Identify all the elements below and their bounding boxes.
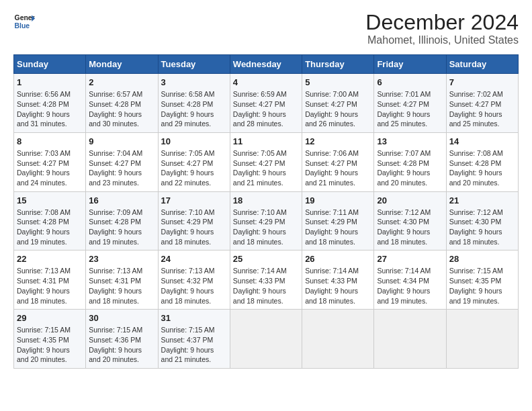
sunset-text: Sunset: 4:28 PM xyxy=(17,218,69,226)
sunset-text: Sunset: 4:30 PM xyxy=(449,218,502,226)
daylight-text: Daylight: 9 hours and 18 minutes. xyxy=(305,287,358,305)
day-info: Sunrise: 7:15 AM Sunset: 4:35 PM Dayligh… xyxy=(449,266,515,306)
daylight-text: Daylight: 9 hours and 18 minutes. xyxy=(161,287,214,305)
day-number: 18 xyxy=(233,195,299,205)
sunset-text: Sunset: 4:28 PM xyxy=(89,100,141,108)
day-info: Sunrise: 7:05 AM Sunset: 4:27 PM Dayligh… xyxy=(161,148,227,188)
sunrise-text: Sunrise: 7:08 AM xyxy=(17,208,71,216)
sunset-text: Sunset: 4:29 PM xyxy=(161,218,214,226)
day-info: Sunrise: 7:13 AM Sunset: 4:32 PM Dayligh… xyxy=(161,266,227,306)
sunrise-text: Sunrise: 7:14 AM xyxy=(305,267,359,275)
day-number: 28 xyxy=(449,254,515,264)
sunset-text: Sunset: 4:29 PM xyxy=(305,218,357,226)
day-number: 30 xyxy=(89,313,154,323)
calendar-cell: 29 Sunrise: 7:15 AM Sunset: 4:35 PM Dayl… xyxy=(14,310,86,369)
day-info: Sunrise: 7:15 AM Sunset: 4:35 PM Dayligh… xyxy=(17,325,83,365)
day-info: Sunrise: 7:14 AM Sunset: 4:33 PM Dayligh… xyxy=(305,266,371,306)
day-number: 27 xyxy=(377,254,443,264)
daylight-text: Daylight: 9 hours and 20 minutes. xyxy=(377,169,430,187)
sunset-text: Sunset: 4:27 PM xyxy=(89,159,141,167)
day-info: Sunrise: 7:15 AM Sunset: 4:37 PM Dayligh… xyxy=(161,325,227,365)
calendar-cell: 19 Sunrise: 7:11 AM Sunset: 4:29 PM Dayl… xyxy=(302,191,374,250)
sunrise-text: Sunrise: 7:01 AM xyxy=(377,90,431,98)
day-number: 9 xyxy=(89,136,154,146)
sunset-text: Sunset: 4:28 PM xyxy=(17,100,69,108)
sunset-text: Sunset: 4:35 PM xyxy=(449,277,502,285)
day-number: 15 xyxy=(17,195,83,205)
daylight-text: Daylight: 9 hours and 18 minutes. xyxy=(233,228,286,246)
daylight-text: Daylight: 9 hours and 18 minutes. xyxy=(305,228,358,246)
day-info: Sunrise: 7:13 AM Sunset: 4:31 PM Dayligh… xyxy=(89,266,154,306)
calendar-cell: 25 Sunrise: 7:14 AM Sunset: 4:33 PM Dayl… xyxy=(230,250,302,310)
sunrise-text: Sunrise: 7:05 AM xyxy=(233,149,287,157)
sunrise-text: Sunrise: 7:15 AM xyxy=(161,326,215,334)
sunrise-text: Sunrise: 7:05 AM xyxy=(161,149,215,157)
calendar-cell: 6 Sunrise: 7:01 AM Sunset: 4:27 PM Dayli… xyxy=(374,74,446,133)
day-info: Sunrise: 7:00 AM Sunset: 4:27 PM Dayligh… xyxy=(305,89,371,129)
day-info: Sunrise: 6:57 AM Sunset: 4:28 PM Dayligh… xyxy=(89,89,154,129)
calendar-cell: 26 Sunrise: 7:14 AM Sunset: 4:33 PM Dayl… xyxy=(302,250,374,310)
calendar-header-saturday: Saturday xyxy=(446,55,518,74)
day-info: Sunrise: 7:10 AM Sunset: 4:29 PM Dayligh… xyxy=(161,208,227,247)
calendar-cell: 22 Sunrise: 7:13 AM Sunset: 4:31 PM Dayl… xyxy=(14,250,86,310)
day-number: 22 xyxy=(17,254,83,264)
daylight-text: Daylight: 9 hours and 19 minutes. xyxy=(17,228,70,246)
logo: General Blue xyxy=(13,11,35,32)
day-info: Sunrise: 6:58 AM Sunset: 4:28 PM Dayligh… xyxy=(161,89,227,129)
calendar-cell: 27 Sunrise: 7:14 AM Sunset: 4:34 PM Dayl… xyxy=(374,250,446,310)
calendar-week-row: 1 Sunrise: 6:56 AM Sunset: 4:28 PM Dayli… xyxy=(14,74,519,133)
calendar-cell: 28 Sunrise: 7:15 AM Sunset: 4:35 PM Dayl… xyxy=(446,250,518,310)
sunrise-text: Sunrise: 7:07 AM xyxy=(377,149,431,157)
sunrise-text: Sunrise: 7:00 AM xyxy=(305,90,359,98)
day-number: 12 xyxy=(305,136,371,146)
sunrise-text: Sunrise: 6:59 AM xyxy=(233,90,287,98)
sunset-text: Sunset: 4:31 PM xyxy=(89,277,141,285)
sunrise-text: Sunrise: 7:04 AM xyxy=(89,149,142,157)
calendar-cell: 20 Sunrise: 7:12 AM Sunset: 4:30 PM Dayl… xyxy=(374,191,446,250)
calendar-cell: 4 Sunrise: 6:59 AM Sunset: 4:27 PM Dayli… xyxy=(230,74,302,133)
day-number: 26 xyxy=(305,254,371,264)
day-number: 1 xyxy=(17,77,83,87)
daylight-text: Daylight: 9 hours and 18 minutes. xyxy=(17,287,70,305)
sunset-text: Sunset: 4:29 PM xyxy=(233,218,285,226)
sunset-text: Sunset: 4:32 PM xyxy=(161,277,214,285)
day-info: Sunrise: 7:06 AM Sunset: 4:27 PM Dayligh… xyxy=(305,148,371,188)
sunset-text: Sunset: 4:28 PM xyxy=(89,218,141,226)
daylight-text: Daylight: 9 hours and 23 minutes. xyxy=(89,169,142,187)
day-number: 19 xyxy=(305,195,371,205)
day-number: 7 xyxy=(449,77,515,87)
day-info: Sunrise: 7:11 AM Sunset: 4:29 PM Dayligh… xyxy=(305,208,371,247)
title-block: December 2024 Mahomet, Illinois, United … xyxy=(365,11,519,46)
daylight-text: Daylight: 9 hours and 21 minutes. xyxy=(233,169,286,187)
sunrise-text: Sunrise: 7:02 AM xyxy=(449,90,503,98)
sunrise-text: Sunrise: 7:06 AM xyxy=(305,149,359,157)
daylight-text: Daylight: 9 hours and 24 minutes. xyxy=(17,169,70,187)
calendar-cell: 23 Sunrise: 7:13 AM Sunset: 4:31 PM Dayl… xyxy=(86,250,158,310)
daylight-text: Daylight: 9 hours and 19 minutes. xyxy=(449,287,502,305)
day-number: 8 xyxy=(17,136,83,146)
day-number: 21 xyxy=(449,195,515,205)
day-number: 31 xyxy=(161,313,227,323)
daylight-text: Daylight: 9 hours and 20 minutes. xyxy=(17,346,70,364)
daylight-text: Daylight: 9 hours and 21 minutes. xyxy=(161,346,214,364)
daylight-text: Daylight: 9 hours and 25 minutes. xyxy=(377,110,430,128)
calendar-cell: 16 Sunrise: 7:09 AM Sunset: 4:28 PM Dayl… xyxy=(86,191,158,250)
calendar-cell xyxy=(302,310,374,369)
day-number: 3 xyxy=(161,77,227,87)
sunset-text: Sunset: 4:28 PM xyxy=(449,159,502,167)
sunset-text: Sunset: 4:35 PM xyxy=(17,336,69,344)
sunset-text: Sunset: 4:37 PM xyxy=(161,336,214,344)
day-info: Sunrise: 7:02 AM Sunset: 4:27 PM Dayligh… xyxy=(449,89,515,129)
sunrise-text: Sunrise: 7:08 AM xyxy=(449,149,503,157)
daylight-text: Daylight: 9 hours and 22 minutes. xyxy=(161,169,214,187)
calendar-header-thursday: Thursday xyxy=(302,55,374,74)
sunrise-text: Sunrise: 7:15 AM xyxy=(17,326,71,334)
calendar-cell: 5 Sunrise: 7:00 AM Sunset: 4:27 PM Dayli… xyxy=(302,74,374,133)
sunset-text: Sunset: 4:31 PM xyxy=(17,277,69,285)
day-number: 29 xyxy=(17,313,83,323)
day-number: 5 xyxy=(305,77,371,87)
sunrise-text: Sunrise: 7:15 AM xyxy=(449,267,503,275)
day-number: 10 xyxy=(161,136,227,146)
calendar-table: SundayMondayTuesdayWednesdayThursdayFrid… xyxy=(13,54,519,369)
calendar-week-row: 15 Sunrise: 7:08 AM Sunset: 4:28 PM Dayl… xyxy=(14,191,519,250)
